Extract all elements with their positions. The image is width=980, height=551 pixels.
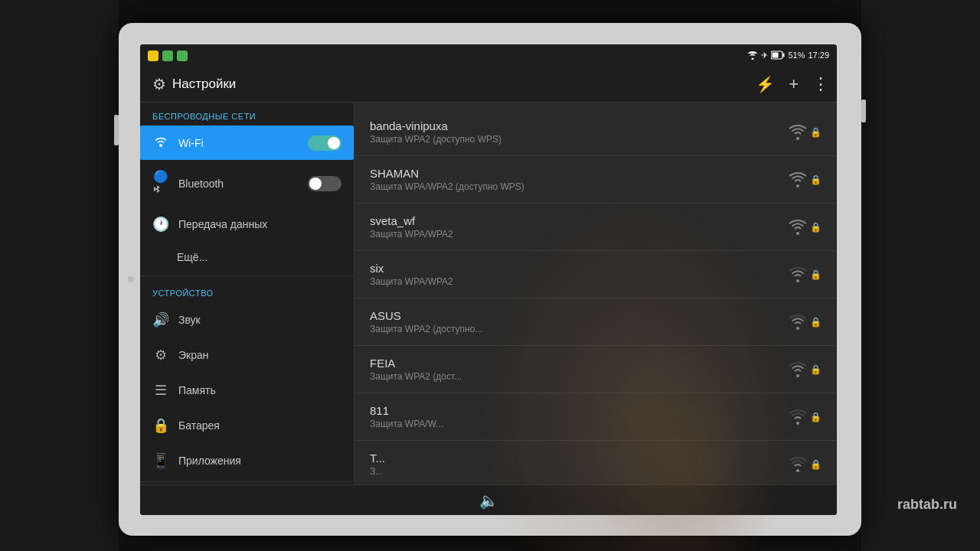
bottom-nav: 🔈 bbox=[140, 484, 837, 515]
svg-point-3 bbox=[159, 144, 162, 147]
wifi-network-item[interactable]: T...З...🔒 bbox=[354, 441, 837, 484]
network-security: Защита WPA/W... bbox=[370, 419, 789, 429]
sidebar: БЕСПРОВОДНЫЕ СЕТИ Wi-Fi bbox=[140, 103, 354, 484]
wifi-label: Wi-Fi bbox=[178, 137, 299, 149]
sidebar-item-apps[interactable]: 📱 Приложения bbox=[140, 443, 354, 478]
lock-icon: 🔒 bbox=[810, 317, 822, 328]
lock-icon: 🔒 bbox=[810, 269, 822, 280]
status-wifi-icon bbox=[747, 51, 758, 60]
action-bar: ⚙ Настройки ⚡ + ⋮ bbox=[140, 66, 837, 103]
wifi-signal-icon: 🔒 bbox=[789, 125, 822, 140]
action-bar-icons: ⚡ + ⋮ bbox=[756, 74, 829, 94]
sidebar-item-memory[interactable]: ☰ Память bbox=[140, 373, 354, 408]
svg-rect-2 bbox=[783, 54, 785, 57]
wifi-network-item[interactable]: SHAMANЗащита WPA/WPA2 (доступно WPS)🔒 bbox=[354, 156, 837, 204]
lock-icon: 🔒 bbox=[810, 222, 822, 233]
lock-icon: 🔒 bbox=[810, 364, 822, 375]
display-label: Экран bbox=[178, 349, 341, 361]
svg-rect-1 bbox=[773, 53, 779, 58]
dot-yellow bbox=[148, 51, 158, 61]
volume-down-icon[interactable]: 🔈 bbox=[479, 491, 498, 510]
dot-green-1 bbox=[162, 51, 173, 61]
apps-label: Приложения bbox=[178, 455, 341, 467]
network-security: Защита WPA2 (доступно... bbox=[370, 324, 789, 334]
wifi-icon bbox=[152, 135, 169, 151]
lock-icon: 🔒 bbox=[810, 174, 822, 185]
wifi-signal-icon: 🔒 bbox=[789, 457, 822, 472]
wifi-network-item[interactable]: banda-vinipuxaЗащита WPA2 (доступно WPS)… bbox=[354, 109, 837, 156]
wifi-signal-icon: 🔒 bbox=[789, 220, 822, 235]
sidebar-item-data[interactable]: 🕐 Передача данных bbox=[140, 207, 354, 242]
lock-icon: 🔒 bbox=[810, 459, 822, 470]
more-icon[interactable]: ⋮ bbox=[812, 74, 829, 94]
status-airplane-icon: ✈ bbox=[761, 51, 768, 60]
sound-icon: 🔊 bbox=[152, 311, 169, 328]
wifi-network-list: banda-vinipuxaЗащита WPA2 (доступно WPS)… bbox=[354, 103, 837, 484]
network-security: Защита WPA2 (дост... bbox=[370, 371, 789, 382]
settings-title: Настройки bbox=[172, 77, 236, 92]
memory-label: Память bbox=[178, 384, 341, 396]
wifi-signal-icon: 🔒 bbox=[789, 409, 822, 425]
wifi-signal-icon: 🔒 bbox=[789, 267, 822, 282]
bluetooth-toggle-track[interactable] bbox=[308, 176, 341, 191]
status-bar: ✈ 51% 17:29 bbox=[140, 44, 837, 66]
wifi-signal-icon: 🔒 bbox=[789, 362, 822, 377]
bluetooth-label: Bluetooth bbox=[178, 178, 299, 190]
sidebar-item-more[interactable]: Ещё... bbox=[140, 242, 354, 272]
lock-icon: 🔒 bbox=[810, 412, 822, 422]
network-name: 811 bbox=[370, 404, 789, 417]
wifi-network-item[interactable]: ASUSЗащита WPA2 (доступно...🔒 bbox=[354, 298, 837, 346]
section-wireless: БЕСПРОВОДНЫЕ СЕТИ bbox=[140, 103, 354, 126]
wifi-network-item[interactable]: 811Защита WPA/W...🔒 bbox=[354, 393, 837, 441]
wifi-toggle[interactable] bbox=[308, 135, 341, 151]
wifi-network-item[interactable]: sveta_wfЗащита WPA/WPA2🔒 bbox=[354, 204, 837, 251]
sidebar-item-wifi[interactable]: Wi-Fi bbox=[140, 126, 354, 160]
main-content: БЕСПРОВОДНЫЕ СЕТИ Wi-Fi bbox=[140, 103, 837, 484]
sidebar-item-sound[interactable]: 🔊 Звук bbox=[140, 302, 354, 337]
wifi-signal-icon: 🔒 bbox=[789, 172, 822, 187]
lock-icon: 🔒 bbox=[810, 127, 822, 138]
dot-green-2 bbox=[177, 51, 188, 61]
more-label: Ещё... bbox=[177, 251, 341, 263]
bluetooth-toggle[interactable] bbox=[308, 176, 341, 191]
taskbar-dots bbox=[148, 51, 188, 61]
status-time: 17:29 bbox=[808, 51, 829, 60]
network-security: Защита WPA/WPA2 bbox=[370, 276, 789, 287]
network-name: ASUS bbox=[370, 309, 789, 322]
flash-icon[interactable]: ⚡ bbox=[756, 75, 775, 93]
network-name: banda-vinipuxa bbox=[370, 119, 789, 132]
wifi-network-item[interactable]: FEIAЗащита WPA2 (дост...🔒 bbox=[354, 346, 837, 393]
power-button bbox=[861, 99, 866, 122]
action-bar-title: ⚙ Настройки bbox=[152, 75, 756, 93]
bluetooth-toggle-thumb bbox=[309, 178, 322, 190]
display-icon: ⚙ bbox=[152, 347, 169, 364]
wifi-network-item[interactable]: sixЗащита WPA/WPA2🔒 bbox=[354, 251, 837, 298]
screen: ✈ 51% 17:29 ⚙ Настройки ⚡ + ⋮ bbox=[140, 44, 837, 515]
network-security: Защита WPA2 (доступно WPS) bbox=[370, 134, 789, 145]
sidebar-item-battery[interactable]: 🔒 Батарея bbox=[140, 408, 354, 443]
camera-dot bbox=[128, 276, 134, 282]
network-security: З... bbox=[370, 466, 789, 477]
divider-1 bbox=[140, 276, 354, 276]
status-battery-icon bbox=[771, 51, 785, 60]
data-transfer-icon: 🕐 bbox=[152, 216, 169, 233]
network-security: Защита WPA/WPA2 (доступно WPS) bbox=[370, 181, 789, 192]
network-name: FEIA bbox=[370, 357, 789, 370]
network-security: Защита WPA/WPA2 bbox=[370, 229, 789, 240]
bluetooth-icon: 🔵 bbox=[152, 169, 169, 197]
add-icon[interactable]: + bbox=[789, 74, 799, 94]
battery-icon: 🔒 bbox=[152, 417, 169, 434]
wifi-signal-icon: 🔒 bbox=[789, 315, 822, 330]
network-name: six bbox=[370, 262, 789, 275]
sidebar-item-bluetooth[interactable]: 🔵 Bluetooth bbox=[140, 160, 354, 207]
sound-label: Звук bbox=[178, 314, 341, 326]
apps-icon: 📱 bbox=[152, 452, 169, 469]
volume-button bbox=[114, 115, 119, 145]
sidebar-item-display[interactable]: ⚙ Экран bbox=[140, 337, 354, 373]
divider-2 bbox=[140, 481, 354, 482]
section-device: УСТРОЙСТВО bbox=[140, 279, 354, 302]
status-icons: ✈ 51% 17:29 bbox=[747, 51, 829, 60]
network-name: SHAMAN bbox=[370, 167, 789, 180]
wifi-toggle-track[interactable] bbox=[308, 135, 341, 151]
battery-label: Батарея bbox=[178, 419, 341, 432]
